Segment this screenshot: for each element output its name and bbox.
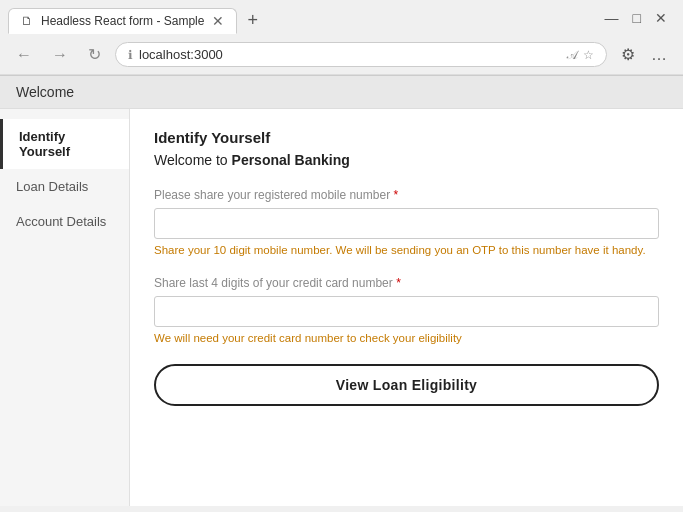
content-area: Identify Yourself Welcome to Personal Ba… <box>130 109 683 506</box>
sidebar-item-identify[interactable]: Identify Yourself <box>0 119 129 169</box>
read-mode-icon: 𝒜 <box>567 48 577 62</box>
sidebar-item-loan[interactable]: Loan Details <box>0 169 129 204</box>
window-controls: — □ ✕ <box>589 0 683 36</box>
sidebar: Identify Yourself Loan Details Account D… <box>0 109 130 506</box>
sidebar-item-loan-label: Loan Details <box>16 179 88 194</box>
active-tab[interactable]: 🗋 Headless React form - Sample ✕ <box>8 8 237 34</box>
info-icon: ℹ <box>128 48 133 62</box>
favorites-icon: ☆ <box>583 48 594 62</box>
welcome-label: Welcome <box>16 84 74 100</box>
forward-button[interactable]: → <box>46 42 74 68</box>
toolbar-icons: ⚙ … <box>615 41 673 68</box>
tab-favicon-icon: 🗋 <box>21 14 33 28</box>
mobile-input[interactable] <box>154 208 659 239</box>
mobile-form-group: Please share your registered mobile numb… <box>154 188 659 256</box>
address-bar[interactable]: ℹ localhost:3000 𝒜 ☆ <box>115 42 607 67</box>
close-button[interactable]: ✕ <box>649 8 673 28</box>
settings-icon[interactable]: ⚙ <box>615 41 641 68</box>
main-layout: Identify Yourself Loan Details Account D… <box>0 109 683 506</box>
sidebar-item-account[interactable]: Account Details <box>0 204 129 239</box>
credit-required-star: * <box>396 276 401 290</box>
credit-label: Share last 4 digits of your credit card … <box>154 276 659 290</box>
tab-title: Headless React form - Sample <box>41 14 204 28</box>
nav-bar: ← → ↻ ℹ localhost:3000 𝒜 ☆ ⚙ … <box>0 35 683 75</box>
more-icon[interactable]: … <box>645 42 673 68</box>
reload-button[interactable]: ↻ <box>82 41 107 68</box>
browser-chrome: 🗋 Headless React form - Sample ✕ + — □ ✕… <box>0 0 683 76</box>
view-eligibility-button[interactable]: View Loan Eligibility <box>154 364 659 406</box>
restore-button[interactable]: □ <box>627 8 647 28</box>
credit-input[interactable] <box>154 296 659 327</box>
content-title: Identify Yourself <box>154 129 659 146</box>
mobile-required-star: * <box>393 188 398 202</box>
address-text: localhost:3000 <box>139 47 561 62</box>
welcome-header: Welcome <box>0 76 683 109</box>
tab-bar: 🗋 Headless React form - Sample ✕ + — □ ✕ <box>0 0 683 35</box>
subtitle-bold: Personal Banking <box>232 152 350 168</box>
mobile-hint: Share your 10 digit mobile number. We wi… <box>154 244 659 256</box>
page-wrapper: Welcome Identify Yourself Loan Details A… <box>0 76 683 506</box>
subtitle-prefix: Welcome to <box>154 152 232 168</box>
back-button[interactable]: ← <box>10 42 38 68</box>
new-tab-button[interactable]: + <box>241 6 264 35</box>
tab-close-button[interactable]: ✕ <box>212 14 224 28</box>
credit-form-group: Share last 4 digits of your credit card … <box>154 276 659 344</box>
credit-hint: We will need your credit card number to … <box>154 332 659 344</box>
sidebar-item-identify-label: Identify Yourself <box>19 129 70 159</box>
sidebar-item-account-label: Account Details <box>16 214 106 229</box>
minimize-button[interactable]: — <box>599 8 625 28</box>
mobile-label: Please share your registered mobile numb… <box>154 188 659 202</box>
content-subtitle: Welcome to Personal Banking <box>154 152 659 168</box>
